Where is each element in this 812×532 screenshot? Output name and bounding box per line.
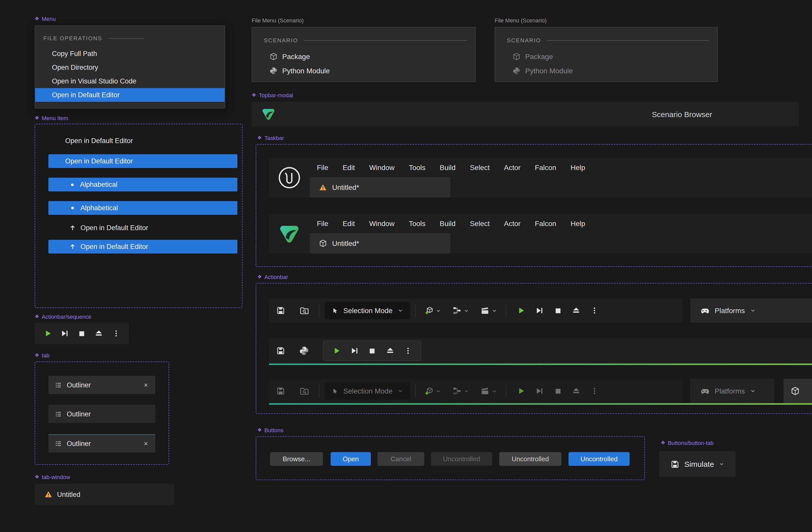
component-label-text: Topbar-modal <box>259 92 293 98</box>
menu-file[interactable]: File <box>310 219 335 227</box>
browse-content-button[interactable] <box>292 306 316 315</box>
uncontrolled-button-primary[interactable]: Uncontrolled <box>568 452 629 466</box>
floppy-icon <box>276 306 285 315</box>
menu-item-label: Open in Default Editor <box>81 224 148 232</box>
taskbar-main: File Edit Window Tools Build Select Acto… <box>310 214 812 253</box>
more-options-button[interactable] <box>109 329 123 338</box>
save-button[interactable] <box>269 346 292 355</box>
menu-actor[interactable]: Actor <box>497 163 527 172</box>
more-options-button[interactable] <box>401 347 415 355</box>
menu-item-open-default-editor[interactable]: Open in Default Editor <box>35 88 224 102</box>
menu-window[interactable]: Window <box>362 219 402 227</box>
menu-item-frame: Open in Default Editor Open in Default E… <box>35 124 243 308</box>
menu-help[interactable]: Help <box>563 163 592 172</box>
menu-falcon[interactable]: Falcon <box>528 219 563 227</box>
step-forward-button[interactable] <box>347 346 361 355</box>
python-button[interactable] <box>292 346 316 356</box>
menu-item-with-icon[interactable]: Open in Default Editor <box>48 221 237 235</box>
menu-help[interactable]: Help <box>563 219 592 227</box>
tab-row: Untitled* <box>310 233 812 253</box>
menu-select[interactable]: Select <box>463 219 497 227</box>
scenario-section-title: SCENARIO <box>507 37 541 43</box>
play-button[interactable] <box>41 329 55 338</box>
menu-item-radio-selected[interactable]: Alphabetical <box>48 201 237 215</box>
play-button[interactable] <box>514 306 528 315</box>
menu-build[interactable]: Build <box>433 163 463 172</box>
menu-item-default[interactable]: Open in Default Editor <box>48 134 237 148</box>
package-icon <box>270 53 278 61</box>
scenario-item-package[interactable]: Package <box>252 49 475 64</box>
tab-outliner-active[interactable]: Outliner <box>48 434 155 453</box>
cinematics-dropdown[interactable] <box>475 306 503 315</box>
step-forward-button[interactable] <box>58 329 72 338</box>
eject-button[interactable] <box>383 346 397 355</box>
falcon-logo <box>261 106 276 122</box>
radio-dot-icon <box>69 204 76 212</box>
component-label-text: tab <box>42 352 50 358</box>
eject-button[interactable] <box>92 329 106 338</box>
stop-button[interactable] <box>75 329 89 338</box>
chevron-down-icon <box>397 308 403 314</box>
add-actor-dropdown-disabled <box>419 386 447 396</box>
menu-falcon[interactable]: Falcon <box>528 163 563 172</box>
cube-icon <box>791 386 800 396</box>
toolbar-divider <box>319 384 319 398</box>
taskbar-falcon: File Edit Window Tools Build Select Acto… <box>269 214 812 253</box>
platforms-dropdown[interactable]: Platforms <box>690 298 812 323</box>
browse-button[interactable]: Browse... <box>270 452 323 466</box>
add-cube-icon <box>424 386 433 396</box>
close-icon[interactable] <box>143 382 149 388</box>
menu-tools[interactable]: Tools <box>402 219 433 227</box>
menu-build[interactable]: Build <box>433 219 463 227</box>
uncontrolled-button[interactable]: Uncontrolled <box>499 452 561 466</box>
play-button[interactable] <box>514 386 528 396</box>
menu-file[interactable]: File <box>310 163 335 172</box>
menu-item-with-icon-selected[interactable]: Open in Default Editor <box>48 240 237 253</box>
menu-select[interactable]: Select <box>463 163 497 172</box>
menu-edit[interactable]: Edit <box>335 219 362 227</box>
tab-outliner[interactable]: Outliner <box>48 376 155 394</box>
menu-edit[interactable]: Edit <box>335 163 362 172</box>
play-icon <box>517 306 526 315</box>
play-button[interactable] <box>330 346 343 355</box>
menu-item-open-directory[interactable]: Open Directory <box>35 61 224 74</box>
menu-tools[interactable]: Tools <box>402 163 433 172</box>
tab-window-untitled[interactable]: Untitled <box>35 484 174 505</box>
menu-item-selected[interactable]: Open in Default Editor <box>48 154 237 168</box>
simulate-button[interactable]: Simulate <box>659 451 736 477</box>
menu-item-open-vscode[interactable]: Open in Visual Studio Code <box>35 74 224 88</box>
python-icon <box>512 67 521 75</box>
more-options-button-disabled <box>588 387 601 395</box>
section-divider <box>547 40 709 41</box>
scenario-item-python-module[interactable]: Python Module <box>252 64 475 78</box>
step-forward-button[interactable] <box>533 306 546 315</box>
stop-button[interactable] <box>551 306 565 315</box>
blueprints-dropdown[interactable] <box>447 306 475 315</box>
python-icon <box>299 346 309 356</box>
sequence-actionbar <box>35 323 129 344</box>
menu-item-radio-selected[interactable]: Alphabetical <box>48 178 237 191</box>
arrow-up-icon <box>69 224 76 232</box>
open-button[interactable]: Open <box>331 452 371 466</box>
add-actor-dropdown[interactable] <box>419 306 447 315</box>
eject-button[interactable] <box>569 306 583 315</box>
stop-button[interactable] <box>365 346 379 355</box>
menu-actor[interactable]: Actor <box>497 219 527 227</box>
tab-outliner[interactable]: Outliner <box>48 405 155 423</box>
cinematics-dropdown-disabled <box>475 386 503 396</box>
eject-icon <box>386 346 394 355</box>
level-tab-untitled[interactable]: Untitled* <box>310 233 450 253</box>
level-tab-untitled[interactable]: Untitled* <box>310 177 450 197</box>
toolbar-segment-clipped[interactable] <box>783 379 812 403</box>
component-diamond-icon: ❖ <box>35 474 39 479</box>
selection-mode-dropdown[interactable]: Selection Mode <box>324 302 410 319</box>
close-icon[interactable] <box>143 440 149 447</box>
accent-underline <box>269 403 812 405</box>
component-label-menu: ❖ Menu <box>35 16 56 22</box>
save-button[interactable] <box>269 306 292 315</box>
scenario-item-label: Package <box>282 53 310 61</box>
menu-item-copy-full-path[interactable]: Copy Full Path <box>35 47 224 61</box>
folder-search-icon <box>299 306 309 315</box>
menu-window[interactable]: Window <box>362 163 402 172</box>
more-options-button[interactable] <box>588 307 601 315</box>
